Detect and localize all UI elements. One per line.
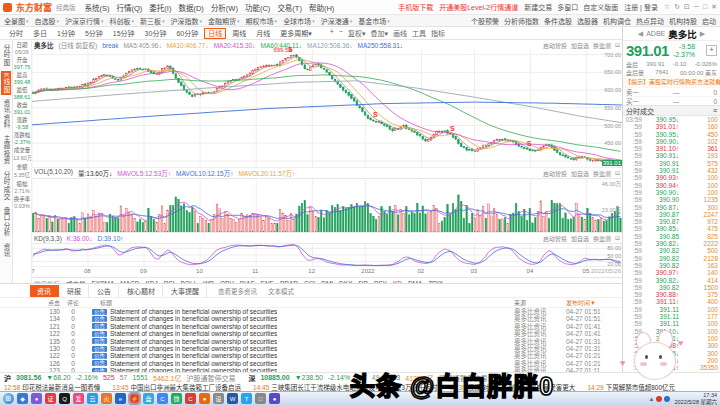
collapse-icon[interactable]: ⊡	[615, 169, 620, 178]
period-更多周期▾[interactable]: 更多周期▾	[276, 28, 316, 39]
view-tab-资讯[interactable]: 资讯	[1, 241, 11, 260]
tape-row[interactable]: :59390.85↓475	[623, 225, 720, 232]
nav-item-启动[interactable]: 启动	[702, 16, 716, 26]
period-5分钟[interactable]: 5分钟	[81, 28, 107, 39]
ticker-item[interactable]: 14:29下周解禁市值超800亿元	[587, 382, 675, 391]
news-row[interactable]: 1350公告Statement of changes in beneficial…	[0, 338, 622, 345]
tape-row[interactable]: :59391.01↑35350	[623, 364, 720, 371]
taskbar-app-icon-10[interactable]: C	[157, 393, 168, 404]
menu-分析(W)[interactable]: 分析(W)	[211, 2, 238, 13]
tape-row[interactable]: :59390.90↓100	[623, 189, 720, 196]
news-row[interactable]: 1220公告Statement of changes in beneficial…	[0, 352, 622, 359]
nav-item-科创板[interactable]: 科创板▾	[110, 16, 135, 26]
nav-item-机构持股[interactable]: 机构持股	[669, 16, 697, 26]
tape-row[interactable]: :59391.01↑160	[623, 123, 720, 130]
tape-row[interactable]: :59390.85825	[623, 233, 720, 240]
nav-item-全景图[interactable]: 全景图▾	[4, 16, 29, 26]
tape-row[interactable]: :59390.91↓100	[623, 335, 720, 342]
window-control-icon-2[interactable]: ⊡	[684, 3, 690, 11]
taskbar-app-icon-11[interactable]: 微	[171, 393, 182, 404]
taskbar-app-icon-1[interactable]: ●	[31, 393, 42, 404]
tool-叠加▾[interactable]: 叠加▾	[370, 28, 388, 38]
panel-link-加自选[interactable]: 加自选	[571, 169, 589, 178]
tape-row[interactable]: :59391.10↓100	[623, 328, 720, 335]
tool-工具[interactable]: 工具	[412, 28, 426, 38]
tape-row[interactable]: :59391.11100	[623, 306, 720, 313]
next-stock-arrow-icon[interactable]: ▶	[700, 30, 705, 38]
taskbar-app-icon-3[interactable]: Q	[59, 393, 70, 404]
taskbar-app-icon-15[interactable]: W	[227, 393, 238, 404]
taskbar-app-icon-4[interactable]: 爱	[73, 393, 84, 404]
nav-item-分析师指数[interactable]: 分析师指数	[504, 16, 539, 26]
taskbar-app-icon-0[interactable]: ◆	[17, 393, 28, 404]
panel-link-启动智投[interactable]: 启动智投	[543, 169, 567, 178]
collapse-icon[interactable]: ⊡	[615, 234, 620, 243]
news-link-文本模式[interactable]: 文本模式	[268, 286, 294, 296]
sz-label[interactable]: 深	[248, 373, 255, 383]
tape-row[interactable]: :59390.95↓450	[623, 131, 720, 138]
tape-row[interactable]: 03:59390.95↓100	[623, 116, 720, 123]
taskbar-app-icon-12[interactable]: C	[185, 393, 196, 404]
nav-item-新三板[interactable]: 新三板▾	[140, 16, 165, 26]
nav-item-选股器[interactable]: 选股器	[577, 16, 598, 26]
panel-link-换监测[interactable]: 换监测	[593, 234, 611, 243]
kd-indicator-chart[interactable]: 80.0050.0020.00	[32, 243, 622, 266]
panel-link-加自选[interactable]: 加自选	[571, 41, 589, 50]
tape-row[interactable]: :59390.821500	[623, 284, 720, 291]
tape-row[interactable]: :59390.872247	[623, 211, 720, 218]
period-月线[interactable]: 月线	[252, 28, 274, 39]
news-tab-研报[interactable]: 研报	[60, 285, 89, 297]
news-tab-核心题材[interactable]: 核心题材	[120, 285, 163, 297]
taskbar-app-icon-7[interactable]: e	[115, 393, 126, 404]
menu-交易(T)[interactable]: 交易(T)	[277, 2, 302, 13]
period-1分钟[interactable]: 1分钟	[53, 28, 79, 39]
taskbar-app-icon-16[interactable]: T	[241, 393, 252, 404]
tape-row[interactable]: :59390.91575	[623, 160, 720, 167]
nav-item-条件选股[interactable]: 条件选股	[544, 16, 572, 26]
nav-item-期权市场[interactable]: 期权市场▾	[246, 16, 278, 26]
tape-row[interactable]: :59390.94↑100	[623, 182, 720, 189]
tape-menu-icon[interactable]: ≡	[713, 107, 717, 114]
window-control-icon-0[interactable]: ☆	[664, 3, 670, 11]
ticker-item[interactable]: 14:39俄媒:对俄能源制裁 欧盟自身受害更大	[449, 382, 575, 391]
collapse-icon[interactable]: ⊡	[615, 41, 620, 50]
quote-promo-link[interactable]: 【提示】美股实时行情购买方法就看这里	[623, 76, 720, 87]
mobile-download-link[interactable]: 手机版下载	[398, 2, 433, 12]
ticker-item[interactable]: 12:58印花税法最新消息一图看懂	[4, 382, 100, 391]
action-多窗口[interactable]: 多窗口	[557, 2, 578, 12]
taskbar-clock[interactable]: 17:34 2022/5/28 星期六	[672, 392, 717, 405]
level2-promo-link[interactable]: 开通美股Level-2行情通道	[439, 2, 518, 12]
tool-+[interactable]: +	[330, 28, 334, 38]
volume-chart[interactable]: 46.00万23.00万	[32, 178, 622, 232]
menu-帮助(H)[interactable]: 帮助(H)	[309, 2, 334, 13]
nav-item-热点异动[interactable]: 热点异动	[636, 16, 664, 26]
login-register-link[interactable]: 注册 | 登录	[624, 2, 658, 12]
tape-row[interactable]: :59390.82↓2222	[623, 240, 720, 247]
tape-row[interactable]: :59391.10↑361	[623, 145, 720, 152]
menu-行情(Q)[interactable]: 行情(Q)	[117, 2, 143, 13]
nav-item-个股预警[interactable]: 个股预警	[471, 16, 499, 26]
tray-alert-icon[interactable]	[656, 396, 662, 402]
tape-row[interactable]: :59391.11↑400	[623, 298, 720, 305]
news-link-查看更多资讯[interactable]: 查看更多资讯	[218, 286, 257, 296]
taskbar-app-icon-6[interactable]: 火	[101, 393, 112, 404]
taskbar-app-icon-8[interactable]: ⚡	[129, 393, 140, 404]
tape-row[interactable]: :59390.91432	[623, 167, 720, 174]
tape-row[interactable]: :59390.87972	[623, 218, 720, 225]
news-ticker[interactable]: 12:58印花税法最新消息一图看懂13:45中国出口非洲最大集装箱工厂设备启运1…	[0, 382, 720, 391]
action-新建交易[interactable]: 新建交易	[524, 2, 552, 12]
news-tab-大事提醒[interactable]: 大事提醒	[164, 285, 207, 297]
tape-row[interactable]: :59391.11177	[623, 313, 720, 320]
view-tab-分时成交[interactable]: 分时成交	[1, 169, 11, 203]
tape-row[interactable]: :59390.82↓414	[623, 277, 720, 284]
menu-系统(S)[interactable]: 系统(S)	[85, 2, 110, 13]
nav-item-全球市场[interactable]: 全球市场▾	[283, 16, 315, 26]
tape-row[interactable]: :59390.901235	[623, 196, 720, 203]
ticker-item[interactable]: 14:45三峡集团长江干流梯级水电站累计发电量突破3万亿千瓦时	[253, 382, 437, 391]
window-control-icon-3[interactable]: ─	[694, 3, 699, 11]
tape-row[interactable]: :59390.87↓300	[623, 204, 720, 211]
tape-row[interactable]: :59390.822128	[623, 255, 720, 262]
tape-row[interactable]: :59390.91↓193	[623, 152, 720, 159]
ticker-item[interactable]: 13:45中国出口非洲最大集装箱工厂设备启运	[112, 382, 241, 391]
nav-item-沪深京行情[interactable]: 沪深京行情▾	[65, 16, 104, 26]
